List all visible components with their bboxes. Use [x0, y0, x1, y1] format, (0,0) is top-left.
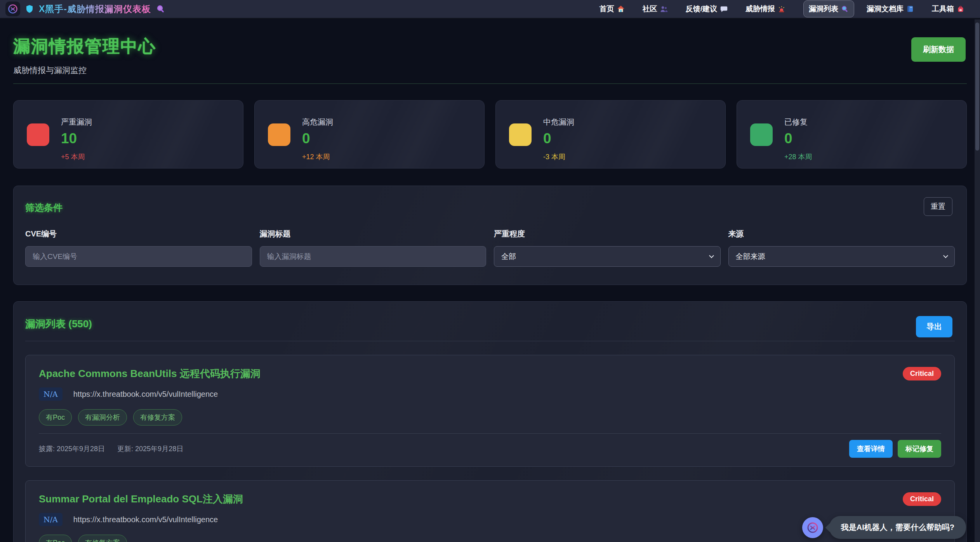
vuln-list-title: 漏洞列表 (550): [25, 317, 955, 331]
stat-value: 10: [61, 130, 92, 147]
nav-item-label: 社区: [643, 4, 657, 14]
field-label: 漏洞标题: [260, 229, 487, 239]
high-stat-icon: [268, 123, 290, 146]
chatbot-avatar[interactable]: [802, 517, 823, 538]
toolbox-icon: [957, 5, 964, 13]
reset-button[interactable]: 重置: [924, 197, 952, 216]
vuln-item: Apache Commons BeanUtils 远程代码执行漏洞 N/A ht…: [25, 355, 955, 467]
stat-card-critical: 严重漏洞 10 +5 本周: [13, 100, 243, 169]
field-label: CVE编号: [25, 229, 252, 239]
nav-item-toolbox[interactable]: 工具箱: [932, 4, 964, 14]
brand-magnifier-icon: [156, 5, 165, 13]
tag-fix-plan: 有修复方案: [133, 409, 182, 426]
cve-filter-field: CVE编号: [25, 229, 252, 267]
vuln-title[interactable]: Apache Commons BeanUtils 远程代码执行漏洞: [39, 367, 941, 380]
vuln-list-panel: 漏洞列表 (550) 导出 Apache Commons BeanUtils 远…: [13, 301, 967, 542]
vuln-source-url[interactable]: https://x.threatbook.com/v5/vulIntellige…: [73, 390, 218, 399]
tag-fix-plan: 有修复方案: [78, 535, 127, 542]
stat-label: 严重漏洞: [61, 117, 92, 127]
filter-panel: 筛选条件 重置 CVE编号 漏洞标题 严重程度 全部 来源 全部来源: [13, 186, 967, 285]
feedback-icon: [720, 5, 728, 13]
tag-analysis: 有漏洞分析: [78, 409, 127, 426]
scrollbar-thumb[interactable]: [975, 23, 979, 151]
mark-fixed-button[interactable]: 标记修复: [898, 440, 941, 458]
critical-stat-icon: [27, 123, 49, 146]
stat-value: 0: [543, 130, 574, 147]
chevron-down-icon: [709, 253, 714, 258]
nav-item-label: 反馈/建议: [686, 4, 717, 14]
stat-label: 高危漏洞: [302, 117, 333, 127]
severity-filter-field: 严重程度 全部: [494, 229, 721, 267]
severity-badge: Critical: [903, 367, 941, 380]
chatbot-message[interactable]: 我是AI机器人，需要什么帮助吗?: [829, 516, 966, 539]
field-label: 严重程度: [494, 229, 721, 239]
stat-change: +5 本周: [61, 152, 92, 162]
nav-item-label: 漏洞文档库: [867, 4, 904, 14]
shield-icon: [26, 4, 33, 14]
nav-item-feedback[interactable]: 反馈/建议: [686, 4, 728, 14]
stat-card-high: 高危漏洞 0 +12 本周: [254, 100, 485, 169]
tag-poc: 有Poc: [39, 535, 72, 542]
selected-value: 全部: [501, 252, 516, 262]
nav-item-label: 工具箱: [932, 4, 954, 14]
cve-badge: N/A: [39, 513, 63, 526]
scrollbar[interactable]: [975, 19, 980, 542]
nav-item-threat-intel[interactable]: 威胁情报: [745, 4, 785, 14]
page-title: 漏洞情报管理中心: [13, 35, 967, 58]
export-button[interactable]: 导出: [916, 316, 952, 337]
nav-items: 首页 社区 反馈/建议: [599, 4, 964, 14]
stats-row: 严重漏洞 10 +5 本周 高危漏洞 0 +12 本周 中危漏洞 0 -3 本周: [13, 100, 967, 169]
cve-input[interactable]: [25, 246, 252, 267]
item-divider: [39, 433, 941, 434]
app-logo-icon: [5, 2, 20, 16]
vuln-title[interactable]: Summar Portal del Empleado SQL注入漏洞: [39, 492, 941, 506]
updated-date: 更新: 2025年9月28日: [117, 444, 183, 453]
header-divider: [13, 83, 967, 84]
nav-item-doc-library[interactable]: 漏洞文档库: [867, 4, 914, 14]
nav-item-vuln-list[interactable]: 漏洞列表: [803, 0, 854, 17]
book-icon: [906, 5, 914, 13]
severity-select[interactable]: 全部: [494, 246, 721, 267]
community-icon: [660, 5, 668, 13]
stat-value: 0: [784, 130, 812, 147]
filter-title: 筛选条件: [25, 202, 955, 214]
nav-item-home[interactable]: 首页: [599, 4, 625, 14]
stat-card-fixed: 已修复 0 +28 本周: [737, 100, 967, 169]
field-label: 来源: [728, 229, 955, 239]
view-detail-button[interactable]: 查看详情: [849, 440, 893, 458]
stat-change: +12 本周: [302, 152, 333, 162]
nav-item-community[interactable]: 社区: [643, 4, 668, 14]
top-navbar: X黑手-威胁情报漏洞仪表板 首页 社区: [0, 0, 980, 19]
cve-badge: N/A: [39, 387, 63, 401]
app-title: X黑手-威胁情报漏洞仪表板: [39, 3, 151, 15]
source-select[interactable]: 全部来源: [728, 246, 955, 267]
refresh-data-button[interactable]: 刷新数据: [911, 37, 966, 62]
chevron-down-icon: [943, 253, 948, 258]
vuln-title-input[interactable]: [260, 246, 487, 267]
stat-change: -3 本周: [543, 152, 574, 162]
home-icon: [617, 5, 625, 13]
page-header: 漏洞情报管理中心 威胁情报与漏洞监控 刷新数据: [13, 19, 967, 84]
severity-badge: Critical: [903, 492, 941, 506]
selected-value: 全部来源: [736, 252, 765, 262]
list-divider: [25, 341, 955, 341]
magnifier-icon: [841, 5, 849, 13]
nav-item-label: 漏洞列表: [809, 4, 838, 14]
vuln-source-url[interactable]: https://x.threatbook.com/v5/vulIntellige…: [73, 515, 218, 524]
disclosed-date: 披露: 2025年9月28日: [39, 444, 105, 453]
siren-icon: [778, 5, 785, 13]
source-filter-field: 来源 全部来源: [728, 229, 955, 267]
title-filter-field: 漏洞标题: [260, 229, 487, 267]
tag-poc: 有Poc: [39, 409, 72, 426]
medium-stat-icon: [509, 123, 532, 146]
fixed-stat-icon: [750, 123, 773, 146]
nav-item-label: 首页: [599, 4, 614, 14]
nav-item-label: 威胁情报: [745, 4, 775, 14]
stat-label: 已修复: [784, 117, 812, 127]
stat-change: +28 本周: [784, 152, 812, 162]
stat-value: 0: [302, 130, 333, 147]
page-subtitle: 威胁情报与漏洞监控: [13, 65, 967, 76]
stat-label: 中危漏洞: [543, 117, 574, 127]
stat-card-medium: 中危漏洞 0 -3 本周: [495, 100, 726, 169]
brand[interactable]: X黑手-威胁情报漏洞仪表板: [5, 2, 165, 16]
